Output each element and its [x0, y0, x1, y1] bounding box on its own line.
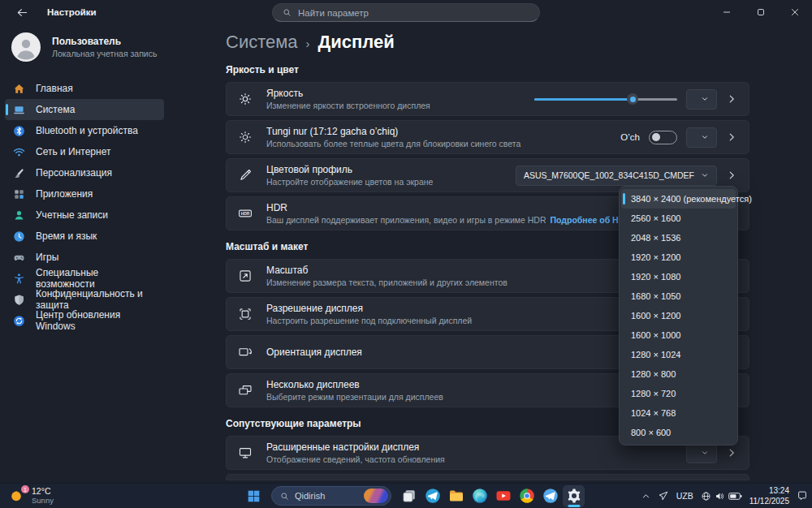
chrome-taskbar-icon[interactable]	[516, 485, 538, 507]
section-label: Яркость и цвет	[226, 64, 812, 75]
orientation-icon	[238, 345, 254, 359]
desktop-screen: Настройки Пользователь Локальная учетная…	[0, 0, 812, 508]
resolution-option[interactable]: 1600 × 1200	[621, 306, 736, 325]
sidebar-item-personalization[interactable]: Персонализация	[5, 162, 164, 183]
row-title: Яркость	[266, 88, 430, 99]
sidebar-item-system[interactable]: Система	[5, 99, 164, 120]
settings-search-input[interactable]	[298, 8, 529, 18]
weather-condition: Sunny	[32, 497, 54, 505]
advanced-display-icon	[238, 446, 254, 460]
sidebar-item-accounts[interactable]: Учетные записи	[5, 204, 164, 226]
weather-widget[interactable]: 1 12°C Sunny	[5, 484, 57, 508]
resolution-option[interactable]: 1280 × 1024	[621, 345, 736, 364]
resolution-option[interactable]: 800 × 600	[621, 423, 736, 442]
system-tray: UZB 13:24 11/12/2025	[641, 484, 808, 508]
multiple-displays-icon	[238, 383, 254, 398]
tray-time: 13:24	[749, 485, 789, 496]
taskbar-search-input[interactable]	[295, 491, 358, 501]
sidebar-item-windows-update[interactable]: Центр обновления Windows	[5, 310, 164, 331]
back-button[interactable]	[16, 6, 31, 19]
row-subtitle: Отображение сведений, частота обновления	[266, 454, 445, 464]
resolution-option[interactable]: 1680 × 1050	[621, 286, 736, 306]
resolution-option[interactable]: 3840 × 2400 (рекомендуется)	[621, 189, 736, 209]
sidebar-item-accessibility[interactable]: Специальные возможности	[5, 268, 164, 289]
resolution-option[interactable]: 1920 × 1080	[621, 267, 736, 286]
network-icon	[13, 146, 25, 158]
color-profile-icon	[238, 168, 254, 183]
resolution-option[interactable]: 1280 × 800	[621, 364, 736, 384]
sidebar-item-label: Приложения	[36, 188, 93, 200]
task-view-taskbar-icon[interactable]	[398, 485, 420, 507]
resolution-option[interactable]: 1600 × 1000	[621, 325, 736, 345]
chevron-right-icon	[726, 131, 737, 143]
color-profile-dropdown[interactable]	[686, 443, 717, 463]
quick-settings[interactable]	[701, 491, 742, 502]
partial-row	[226, 474, 749, 480]
resolution-option[interactable]: 2560 × 1600	[621, 209, 736, 228]
battery-icon	[728, 492, 742, 501]
color-profile-dropdown[interactable]: ASUS_M7600QE_1002_834C415D_CMDEF	[516, 166, 717, 186]
settings-search[interactable]	[272, 3, 540, 22]
resolution-option[interactable]: 1024 × 768	[621, 403, 736, 423]
night-light-icon	[238, 130, 254, 144]
row-title: Цветовой профиль	[266, 164, 433, 175]
taskbar-search[interactable]	[271, 486, 391, 506]
telegram-alt-taskbar-icon[interactable]	[539, 485, 561, 507]
color-profile-dropdown[interactable]	[686, 89, 717, 110]
taskbar: 1 12°C Sunny UZB	[0, 483, 812, 508]
sidebar-item-time-language[interactable]: Время и язык	[5, 226, 164, 247]
row-title: Разрешение дисплея	[266, 303, 472, 314]
toggle-switch[interactable]	[649, 131, 677, 144]
resolution-option[interactable]: 2048 × 1536	[621, 228, 736, 248]
sidebar-item-label: Bluetooth и устройства	[36, 125, 138, 136]
resolution-option[interactable]: 1920 × 1200	[621, 248, 736, 267]
language-indicator[interactable]: UZB	[676, 491, 693, 501]
sidebar: Пользователь Локальная учетная запись Гл…	[0, 24, 226, 483]
sidebar-item-network[interactable]: Сеть и Интернет	[5, 141, 164, 162]
sidebar-item-bluetooth[interactable]: Bluetooth и устройства	[5, 120, 164, 141]
settings-taskbar-icon[interactable]	[563, 485, 585, 507]
chevron-down-icon	[701, 133, 709, 141]
system-icon	[13, 104, 25, 116]
edge-taskbar-icon[interactable]	[469, 485, 490, 507]
telegram-taskbar-icon[interactable]	[421, 485, 443, 507]
sidebar-item-label: Система	[36, 104, 75, 115]
maximize-button[interactable]	[744, 0, 778, 24]
slider-thumb[interactable]	[627, 93, 638, 105]
privacy-icon	[13, 294, 25, 306]
settings-row-brightness[interactable]: Яркость Изменение яркости встроенного ди…	[226, 82, 749, 116]
breadcrumb-separator-icon: ›	[306, 37, 310, 50]
row-title: Tungi nur (17:12 gacha o’chiq)	[266, 126, 520, 137]
accessibility-icon	[13, 273, 25, 285]
sidebar-item-games[interactable]: Игры	[5, 247, 164, 268]
row-subtitle: Настроить разрешение под подключенный ди…	[266, 316, 472, 325]
settings-row-night-light[interactable]: Tungi nur (17:12 gacha o’chiq) Использов…	[226, 120, 749, 154]
resolution-option[interactable]: 1280 × 720	[621, 384, 736, 403]
breadcrumb-parent[interactable]: Система	[226, 32, 298, 53]
row-title: Несколько дисплеев	[266, 379, 443, 390]
sidebar-item-label: Конфиденциальность и защита	[36, 288, 156, 311]
search-highlight-image[interactable]	[364, 489, 388, 503]
clock[interactable]: 13:24 11/12/2025	[749, 485, 789, 506]
location-arrow-icon[interactable]	[658, 490, 669, 502]
chevron-down-icon	[701, 95, 709, 103]
sidebar-item-home[interactable]: Главная	[5, 78, 164, 99]
sun-icon: 1	[8, 487, 26, 505]
search-icon	[280, 492, 289, 501]
youtube-taskbar-icon[interactable]	[492, 485, 514, 507]
chevron-down-icon	[701, 449, 709, 457]
close-button[interactable]	[778, 0, 812, 24]
user-name: Пользователь	[52, 36, 157, 47]
start-button[interactable]	[243, 485, 265, 507]
sidebar-item-privacy[interactable]: Конфиденциальность и защита	[5, 289, 164, 310]
scale-icon	[238, 269, 254, 283]
user-account[interactable]: Пользователь Локальная учетная запись	[11, 32, 226, 62]
file-explorer-taskbar-icon[interactable]	[445, 485, 467, 507]
minimize-button[interactable]	[710, 0, 744, 24]
color-profile-dropdown[interactable]	[686, 127, 717, 148]
sidebar-item-apps[interactable]: Приложения	[5, 183, 164, 204]
volume-icon	[715, 491, 725, 502]
brightness-slider[interactable]	[534, 93, 677, 105]
chevron-up-icon[interactable]	[641, 492, 650, 501]
notification-icon[interactable]	[797, 490, 808, 502]
